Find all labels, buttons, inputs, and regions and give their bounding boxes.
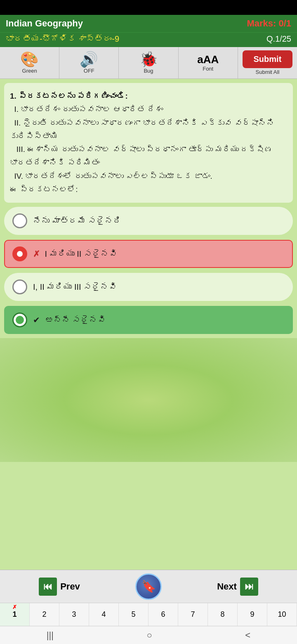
font-icon: aAA	[197, 54, 219, 65]
color-icon: 🎨	[20, 52, 39, 67]
radio-c	[12, 279, 27, 294]
radio-b-inner	[17, 251, 23, 257]
bookmark-emoji: 🔖	[141, 580, 156, 593]
next-label: Next	[217, 581, 237, 592]
q-num-2[interactable]: 2	[30, 603, 59, 626]
toolbar-submit[interactable]: Submit Submit All	[238, 47, 297, 78]
q-num-6[interactable]: 6	[148, 603, 178, 626]
app-title: Indian Geography	[6, 18, 83, 29]
radio-d-inner	[16, 316, 24, 324]
option-a-text: నేను మాత్రమే సరైనది	[33, 216, 285, 226]
q-num-3[interactable]: 3	[59, 603, 89, 626]
wrong-x-icon: ✗	[33, 249, 40, 258]
q-num-4[interactable]: 4	[89, 603, 119, 626]
question-counter: Q.1/25	[266, 34, 291, 44]
q-num-1-label: 1	[12, 610, 16, 619]
toolbar-audio[interactable]: 🔊 OFF	[59, 47, 119, 78]
bug-icon: 🐞	[139, 52, 158, 67]
option-b-text: ✗ I మరియు II సరైనవి	[33, 249, 285, 259]
toolbar-bug[interactable]: 🐞 Bug	[119, 47, 178, 78]
toolbar: 🎨 Green 🔊 OFF 🐞 Bug aAA Font Submit Subm…	[0, 47, 297, 79]
toolbar-font[interactable]: aAA Font	[179, 47, 238, 78]
bookmark-center[interactable]: 🔖	[119, 573, 178, 600]
android-nav: ||| ○ <	[0, 626, 297, 644]
android-back-button[interactable]: <	[245, 630, 250, 641]
toolbar-submit-label: Submit All	[256, 69, 280, 75]
option-b[interactable]: ✗ I మరియు II సరైనవి	[4, 240, 293, 268]
option-d[interactable]: ✔ అన్నీ సరైనవి	[4, 306, 293, 334]
q-num-1[interactable]: ✗ 1	[0, 603, 30, 626]
q-num-10-label: 10	[278, 610, 286, 619]
q-num-8[interactable]: 8	[208, 603, 238, 626]
next-last-icon: ⏭	[240, 578, 258, 596]
q-num-2-label: 2	[42, 610, 46, 619]
background-area	[0, 338, 297, 462]
prev-button[interactable]: ⏮ Prev	[0, 570, 119, 603]
option-d-text: ✔ అన్నీ సరైనవి	[33, 315, 285, 325]
radio-d	[12, 313, 27, 327]
toolbar-audio-label: OFF	[84, 68, 94, 74]
bookmark-icon: 🔖	[135, 573, 162, 600]
toolbar-color[interactable]: 🎨 Green	[0, 47, 59, 78]
question-text: 1. ప్రకటనలను పరిగణించండి: I. భారతదేశం రు…	[10, 90, 287, 196]
q-num-8-label: 8	[220, 610, 224, 619]
option-c-text: I, II మరియు III సరైనవి	[33, 282, 285, 292]
options-area: నేను మాత్రమే సరైనది ✗ I మరియు II సరైనవి …	[4, 207, 293, 334]
q-num-7[interactable]: 7	[178, 603, 208, 626]
header: Indian Geography Marks: 0/1	[0, 15, 297, 32]
option-a[interactable]: నేను మాత్రమే సరైనది	[4, 207, 293, 235]
android-menu-button[interactable]: |||	[47, 630, 54, 641]
wrong-mark-1: ✗	[12, 604, 17, 610]
toolbar-color-label: Green	[22, 68, 37, 74]
q-num-10[interactable]: 10	[267, 603, 297, 626]
sub-header: భారతీయ-భౌగోళిక శాస్త్రం-9 Q.1/25	[0, 32, 297, 47]
android-home-button[interactable]: ○	[147, 630, 152, 641]
q-num-3-label: 3	[72, 610, 76, 619]
prev-label: Prev	[60, 581, 80, 592]
q-num-6-label: 6	[161, 610, 165, 619]
next-button[interactable]: Next ⏭	[178, 570, 297, 603]
radio-a	[12, 213, 27, 228]
correct-check-icon: ✔	[33, 315, 40, 324]
subject-title: భారతీయ-భౌగోళిక శాస్త్రం-9	[6, 34, 119, 44]
question-area: 1. ప్రకటనలను పరిగణించండి: I. భారతదేశం రు…	[4, 83, 293, 203]
status-bar	[0, 0, 297, 15]
submit-button[interactable]: Submit	[243, 50, 293, 68]
q-num-5-label: 5	[131, 610, 135, 619]
option-c[interactable]: I, II మరియు III సరైనవి	[4, 273, 293, 301]
q-num-7-label: 7	[191, 610, 195, 619]
toolbar-bug-label: Bug	[144, 68, 153, 74]
prev-first-icon: ⏮	[39, 578, 57, 596]
q-num-5[interactable]: 5	[119, 603, 148, 626]
audio-icon: 🔊	[80, 52, 98, 67]
marks-display: Marks: 0/1	[247, 18, 291, 29]
radio-b	[12, 246, 27, 261]
q-num-4-label: 4	[101, 610, 106, 619]
q-num-9[interactable]: 9	[238, 603, 267, 626]
navigation-bar: ⏮ Prev 🔖 Next ⏭	[0, 570, 297, 603]
toolbar-font-label: Font	[203, 66, 213, 72]
q-num-9-label: 9	[250, 610, 254, 619]
question-numbers: ✗ 1 2 3 4 5 6 7 8 9 10	[0, 603, 297, 626]
